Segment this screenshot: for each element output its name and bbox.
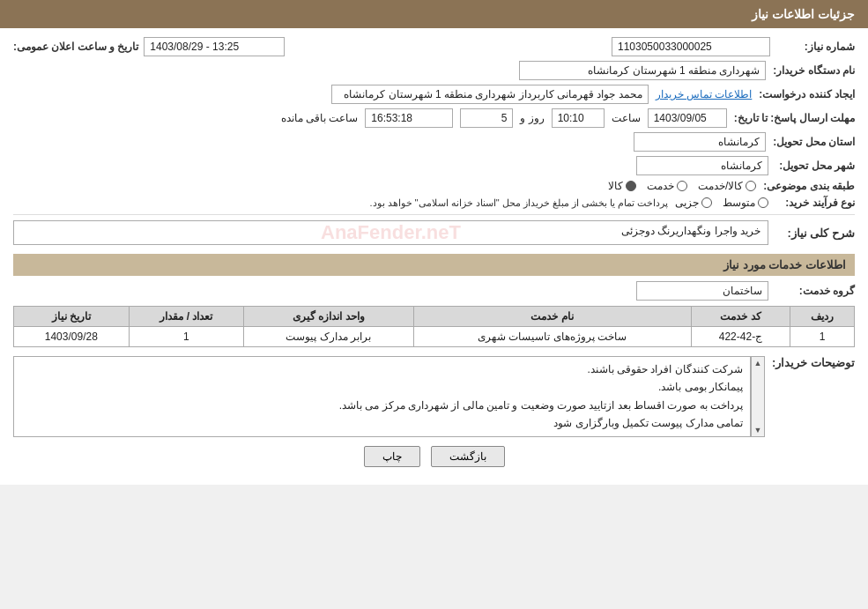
category-row: طبقه بندی موضوعی: کالا/خدمت خدمت کالا	[13, 180, 855, 192]
purchase-radio-group: متوسط جزیی	[675, 197, 768, 209]
table-cell: 1	[129, 327, 243, 347]
city-label: شهر محل تحویل:	[775, 160, 855, 172]
need-number-label: شماره نیاز:	[775, 41, 855, 53]
table-cell: برابر مدارک پیوست	[244, 327, 414, 347]
need-number-value: 1103050033000025	[612, 37, 770, 56]
category-radio-group: کالا/خدمت خدمت کالا	[608, 180, 756, 192]
need-desc-label: شرح کلی نیاز:	[775, 227, 855, 240]
scroll-down-arrow[interactable]: ▼	[754, 426, 762, 434]
purchase-type-label: نوع فرآیند خرید:	[775, 197, 855, 209]
announcement-value: 1403/08/29 - 13:25	[144, 37, 285, 56]
time-label: ساعت	[612, 112, 641, 124]
scrollbar[interactable]: ▲ ▼	[751, 356, 765, 437]
service-group-row: گروه خدمت: ساختمان	[13, 281, 855, 301]
buyer-desc-area: توضیحات خریدار: ▲ ▼ شرکت کنندگان افراد ح…	[13, 356, 855, 437]
category-kala: کالا	[608, 180, 636, 192]
purchase-note: پرداخت تمام یا بخشی از مبلغ خریداز محل "…	[369, 197, 668, 209]
table-cell: 1403/09/28	[14, 327, 130, 347]
province-label: استان محل تحویل:	[773, 136, 855, 148]
col-service-name: نام خدمت	[413, 307, 691, 327]
purchase-jozii-radio[interactable]	[701, 197, 712, 208]
deadline-label: مهلت ارسال پاسخ: تا تاریخ:	[734, 112, 855, 124]
col-quantity: تعداد / مقدار	[129, 307, 243, 327]
service-info-title: اطلاعات خدمات مورد نیاز	[13, 254, 855, 276]
category-kala-khidmat-label: کالا/خدمت	[698, 180, 743, 192]
creator-label: ایجاد کننده درخواست:	[759, 88, 855, 100]
purchase-motavaset: متوسط	[723, 197, 768, 209]
services-table: ردیف کد خدمت نام خدمت واحد اندازه گیری ت…	[13, 306, 855, 347]
need-desc-row: شرح کلی نیاز: خرید واجرا ونگهداریرنگ دوج…	[13, 220, 855, 245]
buyer-desc-label: توضیحات خریدار:	[772, 356, 855, 369]
buyer-desc-text: شرکت کنندگان افراد حقوقی باشند.پیمانکار …	[13, 356, 751, 437]
table-cell: ساخت پروژه‌های تاسیسات شهری	[413, 327, 691, 347]
page-wrapper: جزئیات اطلاعات نیاز شماره نیاز: 11030500…	[0, 0, 868, 485]
deadline-row: مهلت ارسال پاسخ: تا تاریخ: 1403/09/05 سا…	[13, 108, 855, 128]
category-khidmat: خدمت	[647, 180, 687, 192]
remaining-time: 16:53:18	[365, 108, 453, 128]
province-row: استان محل تحویل: کرمانشاه	[13, 132, 855, 152]
purchase-jozii-label: جزیی	[675, 197, 699, 209]
table-row: 1ج-42-422ساخت پروژه‌های تاسیسات شهریبراب…	[14, 327, 855, 347]
category-khidmat-radio[interactable]	[677, 181, 687, 191]
remaining-label: ساعت باقی مانده	[281, 112, 359, 124]
deadline-time: 10:10	[552, 108, 605, 128]
table-cell: ج-42-422	[691, 327, 790, 347]
buyer-org-value: شهرداری منطقه 1 شهرستان کرمانشاه	[519, 61, 766, 80]
category-label: طبقه بندی موضوعی:	[763, 180, 855, 192]
service-group-value: ساختمان	[636, 281, 768, 301]
content-area: شماره نیاز: 1103050033000025 1403/08/29 …	[0, 28, 868, 485]
city-row: شهر محل تحویل: کرمانشاه	[13, 156, 855, 175]
table-cell: 1	[790, 327, 855, 347]
deadline-date: 1403/09/05	[648, 108, 727, 128]
province-value: کرمانشاه	[634, 132, 766, 152]
buyer-org-row: نام دستگاه خریدار: شهرداری منطقه 1 شهرست…	[13, 61, 855, 80]
category-kala-khidmat-radio[interactable]	[746, 181, 756, 191]
col-service-code: کد خدمت	[691, 307, 790, 327]
col-date: تاریخ نیاز	[14, 307, 130, 327]
purchase-motavaset-label: متوسط	[723, 197, 755, 209]
page-title: جزئیات اطلاعات نیاز	[752, 7, 855, 21]
creator-value: محمد جواد قهرمانی کاربرداز شهرداری منطقه…	[331, 85, 649, 104]
purchase-type-row: نوع فرآیند خرید: متوسط جزیی پرداخت تمام …	[13, 197, 855, 209]
scroll-up-arrow[interactable]: ▲	[754, 359, 762, 368]
day-label: روز و	[520, 112, 544, 124]
purchase-jozii: جزیی	[675, 197, 712, 209]
need-number-row: شماره نیاز: 1103050033000025 1403/08/29 …	[13, 37, 855, 56]
category-kala-radio[interactable]	[626, 181, 636, 191]
category-kala-khidmat: کالا/خدمت	[698, 180, 756, 192]
announcement-label: تاریخ و ساعت اعلان عمومی:	[13, 41, 138, 53]
category-kala-label: کالا	[608, 180, 623, 192]
print-button[interactable]: چاپ	[364, 446, 420, 467]
category-khidmat-label: خدمت	[647, 180, 674, 192]
col-unit: واحد اندازه گیری	[244, 307, 414, 327]
creator-row: ایجاد کننده درخواست: اطلاعات تماس خریدار…	[13, 85, 855, 104]
col-row-num: ردیف	[790, 307, 855, 327]
buyer-desc-container: ▲ ▼ شرکت کنندگان افراد حقوقی باشند.پیمان…	[13, 356, 765, 437]
need-desc-container: خرید واجرا ونگهداریرنگ دوجزئی AnaFender.…	[13, 220, 768, 245]
back-button[interactable]: بازگشت	[431, 446, 505, 467]
city-value: کرمانشاه	[636, 156, 768, 175]
deadline-days: 5	[460, 108, 513, 128]
purchase-motavaset-radio[interactable]	[758, 197, 768, 208]
button-row: بازگشت چاپ	[13, 446, 855, 467]
buyer-org-label: نام دستگاه خریدار:	[773, 64, 855, 77]
separator-1	[13, 214, 855, 215]
page-header: جزئیات اطلاعات نیاز	[0, 0, 868, 28]
service-group-label: گروه خدمت:	[775, 285, 855, 297]
creator-link[interactable]: اطلاعات تماس خریدار	[656, 88, 753, 100]
need-desc-value: خرید واجرا ونگهداریرنگ دوجزئی	[13, 220, 768, 245]
